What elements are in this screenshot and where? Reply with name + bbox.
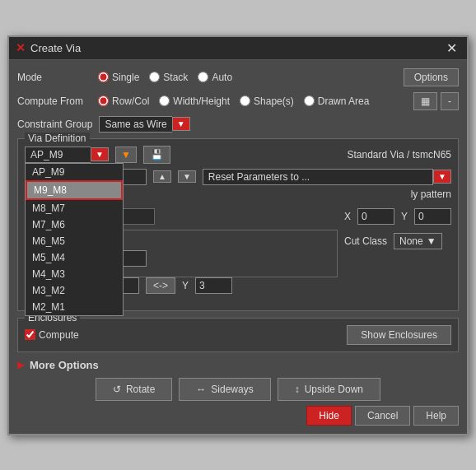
enclosures-row: Compute Show Enclosures: [25, 325, 451, 345]
main-window: ✕ Create Via ✕ Mode Single Stack Auto: [7, 35, 469, 435]
via-option-m3-m2[interactable]: M3_M2: [26, 282, 123, 299]
mode-radio-group: Single Stack Auto: [98, 72, 232, 83]
cut-class-select[interactable]: None ▼: [394, 233, 442, 249]
cut-class-label: Cut Class: [344, 235, 387, 247]
title-bar: ✕ Create Via ✕: [9, 37, 467, 60]
pattern-label: ly pattern: [411, 188, 451, 200]
compute-checkbox[interactable]: [25, 329, 35, 340]
upside-down-icon: ↕: [295, 384, 300, 395]
via-option-ap-m9[interactable]: AP_M9: [26, 164, 123, 180]
via-option-m7-m6[interactable]: M7_M6: [26, 216, 123, 233]
via-save-button[interactable]: 💾: [143, 146, 170, 164]
mode-row: Mode Single Stack Auto Options: [17, 68, 459, 86]
compute-label: Compute: [39, 329, 79, 341]
icon-buttons: ▦ -: [413, 92, 459, 110]
more-options-label: More Options: [30, 359, 99, 371]
more-options-row[interactable]: ▶ More Options: [17, 359, 459, 371]
compute-from-label: Compute From: [17, 95, 91, 107]
spacing-y-input[interactable]: [195, 277, 232, 294]
y-input[interactable]: [414, 208, 451, 225]
mode-auto[interactable]: Auto: [198, 72, 232, 83]
close-button[interactable]: ✕: [443, 40, 460, 56]
spacing-link-arrow[interactable]: <->: [146, 277, 175, 294]
title-bar-left: ✕ Create Via: [16, 41, 81, 54]
via-option-m8-m7[interactable]: M8_M7: [26, 200, 123, 216]
compute-width-height[interactable]: Width/Height: [159, 95, 230, 107]
via-definition-label: Via Definition: [25, 133, 90, 144]
via-option-m2-m1[interactable]: M2_M1: [26, 299, 123, 315]
compute-shapes[interactable]: Shape(s): [240, 95, 294, 107]
filter-button[interactable]: ▼: [115, 147, 137, 163]
reset-dropdown-arrow[interactable]: ▼: [433, 170, 451, 184]
via-definition-dropdown[interactable]: ▼: [91, 147, 109, 161]
sideways-label: Sideways: [211, 384, 253, 395]
y-label: Y: [401, 211, 408, 222]
spacing-y-label: Y: [182, 280, 189, 291]
via-option-m6-m5[interactable]: M6_M5: [26, 233, 123, 249]
compute-drawn-area[interactable]: Drawn Area: [304, 95, 370, 107]
footer-buttons: Hide Cancel Help: [17, 406, 459, 426]
constraint-group-row: Constraint Group Same as Wire ▼: [17, 116, 459, 133]
via-option-m5-m4[interactable]: M5_M4: [26, 249, 123, 266]
minus-icon-button[interactable]: -: [441, 92, 459, 110]
enclosures-section: Enclosures Compute Show Enclosures: [17, 318, 459, 352]
via-definition-value: AP_M9: [25, 147, 91, 163]
x-label: X: [344, 211, 351, 222]
bottom-action-buttons: ↺ Rotate ↔ Sideways ↕ Upside Down: [17, 378, 459, 401]
layer-icon-button[interactable]: ▦: [413, 92, 437, 110]
mode-stack[interactable]: Stack: [149, 72, 188, 83]
rotate-label: Rotate: [126, 384, 155, 395]
via-option-m4-m3[interactable]: M4_M3: [26, 266, 123, 282]
help-button[interactable]: Help: [413, 406, 459, 426]
app-icon: ✕: [16, 41, 26, 54]
via-definition-row: AP_M9 ▼ AP_M9 M9_M8 M8_M: [25, 146, 451, 164]
more-options-triangle: ▶: [17, 359, 25, 370]
hide-button[interactable]: Hide: [306, 406, 352, 426]
rows-spinner-up[interactable]: ▲: [153, 170, 171, 183]
x-input[interactable]: [357, 208, 394, 225]
right-panel: X Y Cut Class None ▼: [344, 208, 451, 299]
window-title: Create Via: [30, 42, 81, 54]
via-select-wrapper: AP_M9 ▼: [25, 147, 109, 163]
upside-down-label: Upside Down: [305, 384, 363, 395]
upside-down-button[interactable]: ↕ Upside Down: [278, 378, 380, 401]
rotate-icon: ↺: [113, 384, 121, 395]
standard-via-label: Standard Via / tsmcN65: [347, 149, 451, 161]
constraint-group-value: Same as Wire: [99, 116, 171, 133]
compute-from-row: Compute From Row/Col Width/Height Shape(…: [17, 92, 459, 110]
rows-spinner-down[interactable]: ▼: [178, 170, 196, 183]
via-dropdown-overlay: AP_M9 ▼ AP_M9 M9_M8 M8_M: [25, 147, 109, 163]
constraint-select-wrapper: Same as Wire ▼: [99, 116, 189, 133]
rotate-button[interactable]: ↺ Rotate: [96, 378, 172, 401]
xy-row: X Y: [344, 208, 451, 225]
compute-from-radio-group: Row/Col Width/Height Shape(s) Drawn Area: [98, 95, 369, 107]
via-option-m9-m8[interactable]: M9_M8: [26, 180, 123, 200]
dialog-content: Mode Single Stack Auto Options Compute F…: [9, 60, 467, 434]
cut-class-row: Cut Class None ▼: [344, 233, 451, 249]
sideways-button[interactable]: ↔ Sideways: [179, 378, 270, 401]
sideways-icon: ↔: [196, 384, 206, 395]
compute-row-col[interactable]: Row/Col: [98, 95, 149, 107]
constraint-group-dropdown[interactable]: ▼: [172, 117, 190, 131]
via-dropdown-menu: AP_M9 M9_M8 M8_M7 M7_M6: [25, 163, 124, 316]
mode-label: Mode: [17, 72, 91, 83]
show-enclosures-button[interactable]: Show Enclosures: [347, 325, 451, 345]
constraint-group-label: Constraint Group: [17, 119, 92, 130]
via-dropdown-container: AP_M9 ▼ AP_M9 M9_M8 M8_M: [25, 147, 109, 163]
reset-wrapper: Reset Parameters to ... ▼: [203, 169, 451, 185]
mode-single[interactable]: Single: [98, 72, 139, 83]
via-definition-section: Via Definition AP_M9 ▼ AP_M9: [17, 138, 459, 311]
compute-checkbox-item[interactable]: Compute: [25, 329, 79, 341]
options-button[interactable]: Options: [404, 68, 459, 86]
reset-parameters-select[interactable]: Reset Parameters to ...: [203, 169, 433, 185]
cancel-button[interactable]: Cancel: [355, 406, 410, 426]
